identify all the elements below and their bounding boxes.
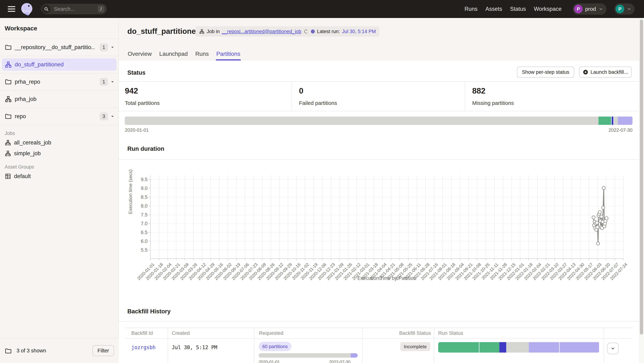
run-status-bar[interactable]: [438, 342, 600, 352]
tab-launchpad[interactable]: Launchpad: [159, 47, 188, 60]
dagster-logo[interactable]: [20, 2, 34, 16]
column-header-created: Created: [172, 330, 190, 336]
y-tick-label: 6.5: [134, 230, 148, 235]
run-duration-heading: Run duration: [127, 145, 164, 152]
chevron-down-icon: [627, 7, 632, 11]
stat-value: 942: [125, 86, 160, 95]
job-icon: [5, 96, 12, 103]
nav-link-assets[interactable]: Assets: [486, 6, 502, 12]
bar-segment: [614, 116, 618, 125]
column-header-run-status: Run Status: [438, 330, 463, 336]
folder-icon: [5, 347, 11, 354]
deployment-label: prod: [585, 6, 596, 12]
row-expand-button[interactable]: [607, 343, 619, 354]
sidebar-asset-group-default[interactable]: default: [0, 171, 118, 182]
repo-count-label: 3 of 3 shown: [16, 348, 92, 354]
bar-segment: [479, 342, 499, 352]
tab-overview[interactable]: Overview: [127, 47, 152, 60]
plus-circle-icon: [583, 69, 588, 75]
table-column-divider: [434, 328, 434, 363]
column-header-backfill-id: Backfill Id: [131, 330, 153, 336]
search-input[interactable]: Search... /: [41, 4, 107, 14]
stat-label: Total partitions: [125, 100, 160, 106]
divider: [292, 81, 292, 111]
nav-link-runs[interactable]: Runs: [464, 6, 478, 12]
job-label: all_cereals_job: [14, 140, 51, 146]
caret-down-icon[interactable]: [110, 114, 115, 119]
partition-status-bar[interactable]: [125, 116, 632, 125]
stat-value: 0: [299, 86, 337, 95]
show-per-step-status-button[interactable]: Show per-step status: [517, 66, 574, 78]
job-label: simple_job: [14, 150, 41, 157]
backfill-created-cell: Jul 30, 5:12 PM: [172, 344, 217, 350]
stat-missing-partitions: 882Missing partitions: [472, 86, 514, 106]
stat-label: Failed partitions: [299, 100, 337, 106]
user-menu[interactable]: P: [614, 4, 635, 14]
job-origin-link[interactable]: __reposi...artitioned@partitioned_job: [222, 29, 301, 34]
divider: [119, 159, 640, 160]
bar-segment: [125, 116, 598, 125]
requested-end-date: 2022-07-30: [329, 360, 350, 363]
sidebar-item--repository-do-stuff-partitio-[interactable]: __repository__do_stuff_partitio...1: [0, 39, 118, 56]
bar-segment: [259, 353, 351, 358]
jobs-section-label: Jobs: [5, 130, 118, 136]
nav-links: RunsAssetsStatusWorkspace: [464, 6, 562, 12]
search-icon: [42, 4, 51, 14]
job-graph-icon: [5, 140, 11, 146]
backfill-id-link[interactable]: jozrgsbh: [131, 344, 156, 350]
table-top-border: [125, 328, 632, 328]
sidebar-item-label: prha_job: [15, 96, 114, 102]
requested-start-date: 2020-01-01: [259, 360, 280, 363]
caret-down-icon[interactable]: [110, 44, 115, 50]
y-tick-label: 8.0: [134, 203, 148, 209]
repo-job-count-badge: 3: [100, 112, 108, 120]
run-status-dot: [311, 30, 315, 34]
bar-segment: [506, 342, 529, 352]
job-origin-tag: Job in __reposi...artitioned@partitioned…: [196, 26, 312, 37]
latest-run-tag: Latest run: Jul 30, 5:14 PM: [307, 26, 380, 37]
filter-button[interactable]: Filter: [92, 345, 114, 356]
hamburger-menu-icon[interactable]: [7, 4, 16, 14]
sidebar-job-simple_job[interactable]: simple_job: [0, 148, 118, 159]
requested-partitions-badge[interactable]: 60 partitions: [259, 342, 292, 351]
jobs-list: all_cereals_jobsimple_job: [0, 137, 118, 159]
caret-down-icon[interactable]: [110, 79, 115, 84]
scrollbar-thumb[interactable]: [640, 20, 643, 334]
sidebar-item-repo[interactable]: repo3: [0, 108, 118, 125]
partition-bar-end-date: 2022-07-30: [608, 127, 632, 133]
sidebar-item-label: prha_repo: [15, 78, 95, 85]
folder-icon: [5, 113, 12, 120]
table-header-border: [125, 338, 632, 338]
sidebar-item-prha-repo[interactable]: prha_repo1: [0, 74, 118, 91]
bar-segment: [618, 116, 633, 125]
deployment-switcher[interactable]: P prod: [573, 4, 606, 14]
workspace-sidebar: Workspace __repository__do_stuff_partiti…: [0, 18, 119, 363]
divider: [119, 111, 640, 111]
page-title: do_stuff_partitioned: [127, 27, 200, 36]
search-shortcut-key: /: [98, 6, 104, 12]
divider: [465, 81, 465, 111]
sidebar-item-prha-job[interactable]: prha_job: [0, 91, 118, 108]
nav-link-status[interactable]: Status: [510, 6, 526, 12]
divider: [119, 81, 640, 82]
launch-backfill-button[interactable]: Launch backfill...: [579, 66, 632, 78]
sidebar-item-label: __repository__do_stuff_partitio...: [15, 44, 95, 50]
latest-run-link[interactable]: Jul 30, 5:14 PM: [342, 29, 376, 34]
nav-link-workspace[interactable]: Workspace: [534, 6, 562, 12]
asset-group-label: default: [14, 173, 31, 180]
y-tick-label: 7.5: [134, 212, 148, 218]
page-scrollbar[interactable]: [639, 18, 644, 363]
folder-icon: [5, 78, 12, 86]
bar-segment: [351, 353, 358, 358]
sidebar-item-label: repo: [15, 113, 95, 120]
y-tick-label: 9.5: [134, 177, 148, 182]
chevron-down-icon: [610, 346, 616, 351]
sidebar-title: Workspace: [0, 18, 118, 39]
tab-partitions[interactable]: Partitions: [216, 47, 240, 60]
sidebar-job-all_cereals_job[interactable]: all_cereals_job: [0, 137, 118, 148]
tab-runs[interactable]: Runs: [195, 47, 209, 60]
latest-run-prefix: Latest run:: [317, 29, 340, 34]
backfill-history-heading: Backfill History: [127, 308, 170, 315]
stat-label: Missing partitions: [472, 100, 514, 106]
sidebar-item-do-stuff-partitioned[interactable]: do_stuff_partitioned: [0, 56, 118, 74]
